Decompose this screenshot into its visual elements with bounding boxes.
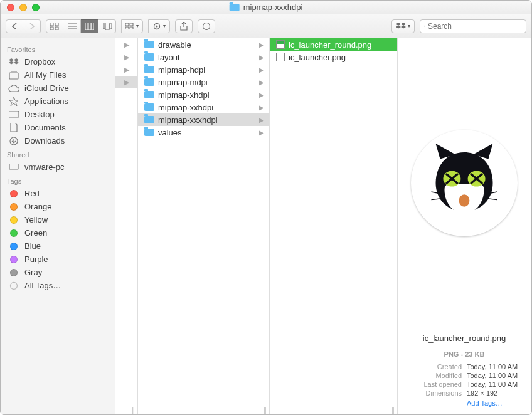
folder-row-mipmap-xhdpi[interactable]: mipmap-xhdpi▶ bbox=[138, 88, 269, 101]
folder-row-drawable[interactable]: drawable▶ bbox=[138, 38, 269, 51]
tag-dot-icon bbox=[10, 243, 18, 250]
preview-metadata: ic_launcher_round.png PNG - 23 KB Create… bbox=[398, 327, 531, 414]
sidebar-tag-all[interactable]: All Tags… bbox=[1, 279, 115, 292]
sidebar-item-icloud[interactable]: iCloud Drive bbox=[1, 81, 115, 95]
sidebar-tag-blue[interactable]: Blue bbox=[1, 239, 115, 253]
dropbox-toolbar-button[interactable]: ▾ bbox=[391, 19, 415, 33]
folder-row-mipmap-hdpi[interactable]: mipmap-hdpi▶ bbox=[138, 63, 269, 76]
svg-rect-10 bbox=[103, 24, 105, 29]
tag-dot-icon bbox=[10, 229, 18, 237]
svg-rect-27 bbox=[9, 164, 18, 169]
column-row[interactable]: ▶ bbox=[115, 63, 137, 76]
folder-row-values[interactable]: values▶ bbox=[138, 126, 269, 139]
svg-rect-15 bbox=[125, 27, 129, 29]
desktop-icon bbox=[8, 111, 19, 118]
arrange-button[interactable]: ▾ bbox=[121, 19, 143, 33]
titlebar: mipmap-xxxhdpi bbox=[1, 1, 531, 14]
toolbar: ▾ ▾ ▾ bbox=[1, 14, 531, 38]
add-tags-link[interactable]: Add Tags… bbox=[467, 399, 522, 407]
icon-view-button[interactable] bbox=[46, 19, 63, 33]
column-3[interactable]: ic_launcher_round.png ic_launcher.png ‖ bbox=[270, 38, 398, 414]
search-field[interactable] bbox=[420, 19, 526, 33]
column-row[interactable]: ▶ bbox=[115, 38, 137, 51]
gear-icon bbox=[152, 23, 161, 30]
sidebar-tag-orange[interactable]: Orange bbox=[1, 200, 115, 213]
folder-row-mipmap-mdpi[interactable]: mipmap-mdpi▶ bbox=[138, 76, 269, 88]
svg-rect-24 bbox=[9, 111, 19, 117]
column-1[interactable]: ▶ ▶ ▶ ▶ ‖ bbox=[115, 38, 138, 414]
meta-value: Today, 11:00 AM bbox=[467, 381, 522, 388]
meta-key: Created bbox=[407, 363, 462, 370]
cloud-icon bbox=[8, 85, 19, 92]
action-group: ▾ bbox=[148, 19, 170, 33]
chevron-right-icon: ▶ bbox=[259, 129, 264, 136]
sidebar-item-vmware-pc[interactable]: vmware-pc bbox=[1, 160, 115, 174]
sidebar: Favorites Dropbox All My Files iCloud Dr… bbox=[1, 38, 115, 414]
folder-row-mipmap-xxhdpi[interactable]: mipmap-xxhdpi▶ bbox=[138, 101, 269, 113]
list-view-button[interactable] bbox=[63, 19, 81, 33]
preview-body bbox=[398, 38, 531, 327]
sidebar-item-label: Desktop bbox=[24, 110, 55, 119]
sidebar-item-desktop[interactable]: Desktop bbox=[1, 108, 115, 121]
sidebar-tag-green[interactable]: Green bbox=[1, 226, 115, 239]
svg-point-32 bbox=[459, 194, 470, 207]
svg-rect-16 bbox=[130, 27, 133, 29]
tags-button[interactable] bbox=[198, 19, 215, 33]
file-row-ic-launcher-round[interactable]: ic_launcher_round.png bbox=[270, 38, 397, 51]
share-button[interactable] bbox=[175, 19, 193, 33]
allfiles-icon bbox=[8, 71, 19, 80]
column-resize-handle[interactable]: ‖ bbox=[387, 406, 397, 414]
chevron-right-icon: ▶ bbox=[259, 54, 264, 61]
sidebar-item-dropbox[interactable]: Dropbox bbox=[1, 55, 115, 68]
sidebar-item-label: Dropbox bbox=[24, 57, 55, 66]
image-file-icon bbox=[276, 53, 285, 61]
folder-row-layout[interactable]: layout▶ bbox=[138, 51, 269, 63]
svg-line-21 bbox=[425, 26, 425, 27]
window-title-text: mipmap-xxxhdpi bbox=[243, 3, 303, 12]
folder-icon bbox=[144, 129, 154, 136]
folder-icon bbox=[144, 53, 154, 61]
arrange-group: ▾ bbox=[121, 19, 143, 33]
sidebar-item-label: Blue bbox=[24, 241, 41, 251]
folder-row-mipmap-xxxhdpi[interactable]: mipmap-xxxhdpi▶ bbox=[138, 113, 269, 126]
app-icon-graphic bbox=[420, 139, 508, 227]
sidebar-header-favorites: Favorites bbox=[1, 42, 115, 55]
chevron-down-icon: ▾ bbox=[136, 23, 139, 29]
finder-window: mipmap-xxxhdpi bbox=[0, 0, 532, 415]
zoom-button[interactable] bbox=[32, 4, 40, 11]
folder-icon bbox=[230, 4, 240, 11]
row-label: drawable bbox=[158, 40, 191, 50]
file-row-ic-launcher[interactable]: ic_launcher.png bbox=[270, 51, 397, 63]
search-input[interactable] bbox=[428, 22, 522, 31]
chevron-right-icon: ▶ bbox=[259, 104, 264, 111]
column-resize-handle[interactable]: ‖ bbox=[259, 406, 269, 414]
sidebar-item-downloads[interactable]: Downloads bbox=[1, 134, 115, 147]
meta-key: Modified bbox=[407, 372, 462, 379]
tag-dot-icon bbox=[10, 216, 18, 224]
sidebar-item-label: vmware-pc bbox=[24, 162, 65, 172]
tag-dot-icon bbox=[10, 256, 18, 263]
sidebar-item-applications[interactable]: Applications bbox=[1, 95, 115, 108]
docs-icon bbox=[8, 123, 19, 132]
column-2[interactable]: drawable▶ layout▶ mipmap-hdpi▶ mipmap-md… bbox=[138, 38, 270, 414]
forward-button[interactable] bbox=[23, 19, 41, 33]
sidebar-item-label: All Tags… bbox=[24, 281, 61, 290]
coverflow-view-button[interactable] bbox=[98, 19, 116, 33]
back-button[interactable] bbox=[6, 19, 23, 33]
action-button[interactable]: ▾ bbox=[148, 19, 170, 33]
sidebar-tag-red[interactable]: Red bbox=[1, 187, 115, 200]
column-row-selected[interactable]: ▶ bbox=[115, 76, 137, 88]
column-resize-handle[interactable]: ‖ bbox=[127, 406, 137, 414]
minimize-button[interactable] bbox=[19, 4, 27, 11]
column-view-button[interactable] bbox=[81, 19, 98, 33]
sidebar-tag-gray[interactable]: Gray bbox=[1, 266, 115, 279]
sidebar-item-all-my-files[interactable]: All My Files bbox=[1, 68, 115, 81]
sidebar-tag-yellow[interactable]: Yellow bbox=[1, 213, 115, 226]
chevron-right-icon: ▶ bbox=[259, 117, 264, 123]
svg-point-29 bbox=[11, 282, 18, 289]
close-button[interactable] bbox=[7, 4, 14, 11]
column-row[interactable]: ▶ bbox=[115, 51, 137, 63]
folder-icon bbox=[144, 103, 154, 111]
sidebar-item-documents[interactable]: Documents bbox=[1, 121, 115, 134]
sidebar-tag-purple[interactable]: Purple bbox=[1, 253, 115, 266]
